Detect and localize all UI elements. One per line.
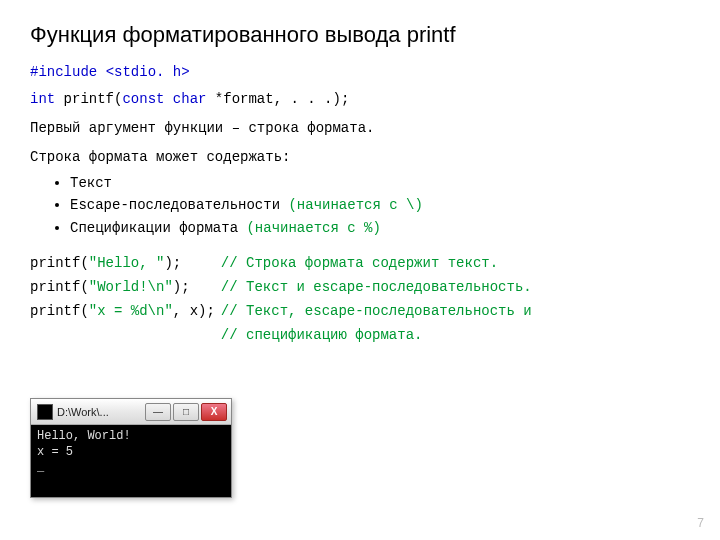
ex2-code: printf("World!\n"); bbox=[30, 275, 221, 299]
ex2-comment: // Текст и escape-последовательность. bbox=[221, 275, 538, 299]
bullet-format-b: (начинается с %) bbox=[246, 220, 380, 236]
para-first-arg: Первый аргумент функции – строка формата… bbox=[30, 118, 690, 139]
para-contains: Строка формата может содержать: bbox=[30, 147, 690, 168]
ex1-c: ); bbox=[164, 255, 181, 271]
examples-table: printf("Hello, "); // Строка формата сод… bbox=[30, 251, 538, 347]
ex1-comment: // Строка формата содержит текст. bbox=[221, 251, 538, 275]
bullet-text: Текст bbox=[70, 172, 690, 194]
ex2-b: "World!\n" bbox=[89, 279, 173, 295]
console-window: D:\Work\... — □ X Hello, World! x = 5 _ bbox=[30, 398, 232, 498]
console-titlebar[interactable]: D:\Work\... — □ X bbox=[31, 399, 231, 425]
ex3-a: printf( bbox=[30, 303, 89, 319]
decl-char: char bbox=[173, 91, 215, 107]
console-body: Hello, World! x = 5 _ bbox=[31, 425, 231, 497]
ex1-code: printf("Hello, "); bbox=[30, 251, 221, 275]
ex3-b: "x = %d\n" bbox=[89, 303, 173, 319]
minimize-button[interactable]: — bbox=[145, 403, 171, 421]
include-arg: <stdio. h> bbox=[106, 64, 190, 80]
ex1-b: "Hello, " bbox=[89, 255, 165, 271]
ex3-code: printf("x = %d\n", x); bbox=[30, 299, 221, 323]
bullet-format: Спецификации формата (начинается с %) bbox=[70, 217, 690, 239]
decl-rest: *format, . . .); bbox=[215, 91, 349, 107]
bullet-list: Текст Escape-последовательности (начинае… bbox=[70, 172, 690, 239]
ex3-c: , x); bbox=[173, 303, 215, 319]
console-title: D:\Work\... bbox=[57, 406, 143, 418]
decl-int: int bbox=[30, 91, 64, 107]
console-cursor: _ bbox=[37, 460, 44, 474]
close-button[interactable]: X bbox=[201, 403, 227, 421]
console-app-icon bbox=[37, 404, 53, 420]
include-keyword: #include bbox=[30, 64, 97, 80]
include-line: #include <stdio. h> bbox=[30, 62, 690, 83]
decl-line: int printf(const char *format, . . .); bbox=[30, 89, 690, 110]
ex4-comment: // спецификацию формата. bbox=[221, 323, 538, 347]
ex3-comment: // Текст, escape-последовательность и bbox=[221, 299, 538, 323]
bullet-escape-a: Escape-последовательности bbox=[70, 197, 288, 213]
bullet-escape: Escape-последовательности (начинается с … bbox=[70, 194, 690, 216]
ex2-a: printf( bbox=[30, 279, 89, 295]
decl-fn: printf( bbox=[64, 91, 123, 107]
console-line2: x = 5 bbox=[37, 445, 73, 459]
console-line1: Hello, World! bbox=[37, 429, 131, 443]
bullet-format-a: Спецификации формата bbox=[70, 220, 246, 236]
decl-const: const bbox=[122, 91, 172, 107]
maximize-button[interactable]: □ bbox=[173, 403, 199, 421]
slide-title: Функция форматированного вывода printf bbox=[30, 22, 690, 48]
ex1-a: printf( bbox=[30, 255, 89, 271]
ex2-c: ); bbox=[173, 279, 190, 295]
bullet-escape-b: (начинается с \) bbox=[288, 197, 422, 213]
page-number: 7 bbox=[697, 516, 704, 530]
